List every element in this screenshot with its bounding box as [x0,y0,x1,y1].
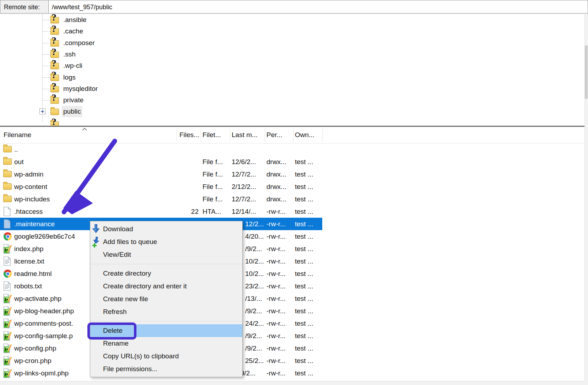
menu-item-rename[interactable]: Rename [90,337,242,350]
tree-item-mysqleditor[interactable]: ?mysqleditor [0,83,585,94]
cell-perms: -rw-r... [266,255,286,267]
cell-name: license.txt [14,255,44,267]
menu-item-add-files-to-queue[interactable]: Add files to queue [90,235,242,248]
tree-branch-line [43,89,50,89]
column-separator[interactable] [230,129,230,141]
menu-item-delete[interactable]: Delete [90,324,242,337]
cell-perms: -rw-r... [266,230,286,243]
cell-name: wp-activate.php [14,292,61,305]
menu-separator [91,321,242,321]
menu-item-copy-url-s-to-clipboard[interactable]: Copy URL(s) to clipboard [90,350,242,363]
tree-item-label: mysqleditor [62,83,99,94]
column-separator[interactable] [177,129,177,141]
menu-item-label: Create new file [103,295,148,303]
php-file-icon [3,343,12,353]
folder-icon [3,182,12,191]
menu-item-label: File permissions... [103,365,157,373]
cell-owner: test ... [295,255,313,267]
menu-item-create-new-file[interactable]: Create new file [90,293,242,305]
cell-perms: -rw-r... [266,205,286,218]
vertical-scrollbar-thumb[interactable] [585,45,588,99]
cell-perms: -rw-r... [266,367,286,379]
menu-item-label: Add files to queue [103,238,157,245]
cell-perms: -rw-r... [266,317,286,330]
tree-item-private[interactable]: ?private [0,94,585,106]
cell-date: 2/12/2... [232,180,256,193]
tree-item-dot-ssh[interactable]: ?.ssh [0,49,585,60]
cell-date: 4/20... [245,230,264,243]
menu-item-view-edit[interactable]: View/Edit [90,248,242,261]
cell-date: 12/7/2... [232,193,256,205]
remote-site-path-input[interactable]: /www/test_957/public [48,0,588,13]
column-header-lastm[interactable]: Last m... [232,127,258,143]
file-row-out[interactable]: outFile f...12/6/2...drwx...test ... [0,156,322,168]
tree-branch-line [43,43,50,43]
cell-date: 10/2... [245,267,264,280]
tree-item-label: public [62,106,82,117]
cell-name: wp-cron.php [14,354,52,367]
menu-item-refresh[interactable]: Refresh [90,305,242,318]
column-separator[interactable] [265,129,265,141]
tree-item-label: .ansible [62,14,88,26]
cell-owner: test ... [295,218,313,230]
file-row-dot-htaccess[interactable]: .htaccess22HTA...12/14/...-rw-r...test .… [0,205,322,218]
menu-item-file-permissions[interactable]: File permissions... [90,363,242,375]
add-to-queue-icon [91,237,102,247]
horizontal-scrollbar[interactable] [0,381,585,385]
file-row-parent[interactable]: .. [0,143,322,156]
menu-item-label: Rename [103,340,129,347]
cell-name: wp-comments-post. [14,317,73,330]
tree-item-logs[interactable]: ?logs [0,72,585,83]
cell-date: /9/2... [245,342,262,354]
file-row-wp-admin[interactable]: wp-adminFile f...12/7/2...drwx...test ..… [0,168,322,180]
cell-type: HTA... [203,205,221,218]
plus-expander-icon[interactable] [39,108,45,114]
menu-item-download[interactable]: Download [90,223,242,235]
tree-item-dot-cache[interactable]: ?.cache [0,26,585,37]
column-header-own[interactable]: Own... [295,127,314,143]
tree-item-partial: ? [0,119,585,126]
cell-perms: -rw-r... [266,218,286,230]
tree-item-label: .cache [62,26,85,37]
cell-name: wp-admin [14,168,43,180]
column-header-files[interactable]: Files... [179,127,199,143]
cell-owner: test ... [295,193,313,205]
menu-item-create-directory[interactable]: Create directory [90,267,242,280]
cell-date: 23/2... [245,280,264,292]
file-row-wp-includes[interactable]: wp-includesFile f...12/7/2...drwx...test… [0,193,322,205]
tree-branch-line [43,20,50,20]
cell-owner: test ... [295,230,313,243]
tree-item-dot-wp-cli[interactable]: ?.wp-cli [0,60,585,71]
folder-icon [3,157,12,167]
column-header-filename[interactable]: Filename [4,127,31,143]
cell-date: /9/2... [245,305,262,317]
menu-item-create-directory-and-enter-it[interactable]: Create directory and enter it [90,280,242,293]
menu-separator [91,264,242,264]
cell-perms: -rw-r... [266,267,286,280]
vertical-scrollbar[interactable] [584,14,588,385]
column-separator[interactable] [201,129,201,141]
column-separator[interactable] [293,129,293,141]
cell-perms: -rw-r... [266,243,286,255]
cell-owner: test ... [295,267,313,280]
column-header-per[interactable]: Per... [266,127,282,143]
php-file-icon [3,306,12,316]
tree-branch-line [43,54,50,55]
cell-owner: test ... [295,243,313,255]
cell-owner: test ... [295,280,313,292]
menu-item-label: Create directory [103,270,151,277]
cell-owner: test ... [295,330,313,342]
cell-name: .. [14,143,18,156]
cell-date: 24/2... [245,317,264,330]
question-folder-icon: ? [50,96,61,105]
tree-item-public[interactable]: public [0,106,585,117]
cell-perms: drwx... [266,193,286,205]
cell-perms: -rw-r... [266,292,286,305]
question-folder-icon: ? [50,120,61,126]
tree-item-dot-ansible[interactable]: ?.ansible [0,14,585,26]
cell-owner: test ... [295,305,313,317]
column-separator[interactable] [322,129,323,141]
tree-item-dot-composer[interactable]: ?.composer [0,37,585,49]
file-row-wp-content[interactable]: wp-contentFile f...2/12/2...drwx...test … [0,180,322,193]
column-header-filet[interactable]: Filet... [203,127,221,143]
